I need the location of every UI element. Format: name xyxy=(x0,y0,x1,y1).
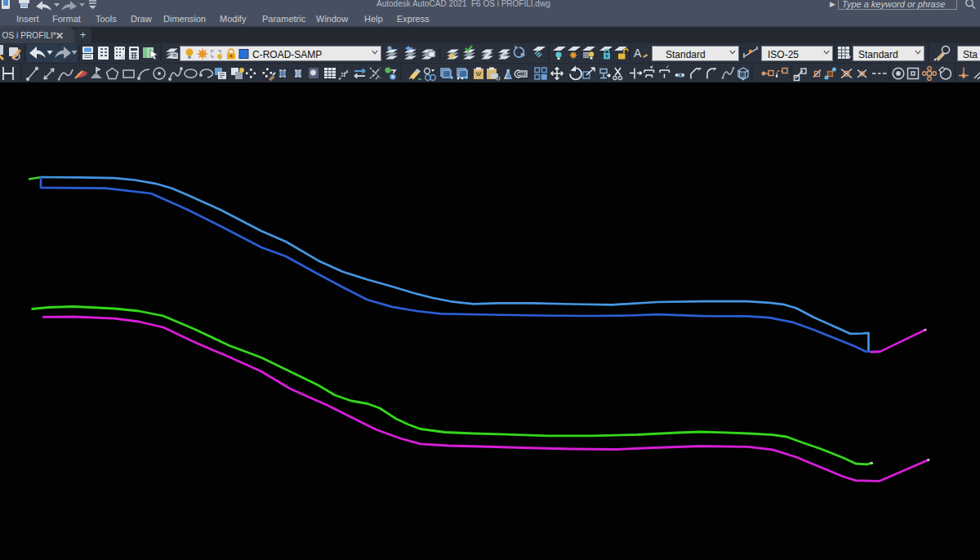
svg-text:A: A xyxy=(634,47,642,60)
